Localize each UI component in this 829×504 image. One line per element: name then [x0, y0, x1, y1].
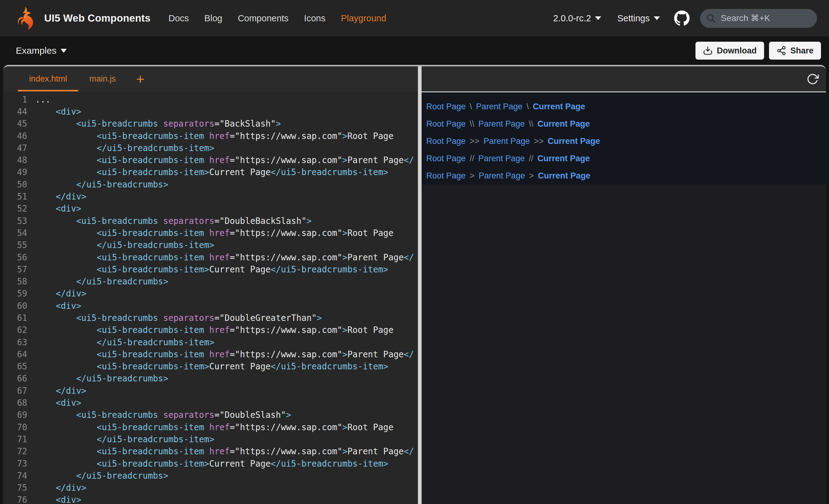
breadcrumb-current: Current Page — [538, 119, 590, 129]
line-number: 71 — [3, 434, 27, 444]
code-line: 72 <ui5-breadcrumbs-item href="https://w… — [3, 445, 418, 457]
line-number: 46 — [3, 131, 27, 141]
breadcrumb-separator: \ — [527, 102, 529, 112]
code-token: ="BackSlash" — [215, 119, 276, 128]
code-line: 65 <ui5-breadcrumbs-item>Current Page</u… — [3, 360, 418, 373]
nav-playground[interactable]: Playground — [341, 13, 386, 24]
code-token: > — [286, 410, 291, 420]
code-line: 44 <div> — [3, 105, 418, 117]
breadcrumb-link[interactable]: Parent Page — [478, 171, 525, 181]
code-text: <ui5-breadcrumbs-item>Current Page</ui5-… — [35, 459, 388, 468]
refresh-icon — [806, 73, 819, 85]
line-number: 45 — [3, 119, 27, 128]
code-token: <ui5-breadcrumbs-item — [35, 252, 209, 262]
settings-menu[interactable]: Settings — [617, 13, 660, 24]
code-token: <ui5-breadcrumbs-item — [35, 422, 209, 432]
code-token: > — [317, 313, 322, 323]
code-token: Current Page — [209, 459, 271, 468]
line-number: 55 — [3, 240, 27, 250]
code-token: <ui5-breadcrumbs-item — [35, 446, 209, 456]
breadcrumb-link[interactable]: Parent Page — [476, 102, 522, 112]
code-token: </div> — [35, 483, 86, 493]
code-text: </ui5-breadcrumbs-item> — [35, 240, 214, 250]
code-token: ="https://www.sap.com" — [230, 422, 342, 432]
code-text: <ui5-breadcrumbs-item>Current Page</ui5-… — [35, 264, 388, 274]
nav-icons[interactable]: Icons — [304, 13, 325, 24]
nav-components[interactable]: Components — [238, 13, 288, 24]
line-number: 51 — [3, 191, 27, 201]
code-line: 59 </div> — [3, 287, 418, 300]
breadcrumb-link[interactable]: Root Page — [426, 171, 466, 181]
code-area[interactable]: 1...44 <div>45 <ui5-breadcrumbs separato… — [3, 91, 418, 504]
code-token: ="https://www.sap.com" — [230, 446, 342, 456]
code-token: Current Page — [209, 264, 271, 274]
line-number: 64 — [3, 349, 27, 359]
search-box[interactable] — [700, 9, 817, 28]
breadcrumb-link[interactable]: Root Page — [426, 137, 466, 146]
code-text: <div> — [35, 203, 81, 214]
code-token: Root Page — [348, 422, 394, 432]
download-label: Download — [717, 46, 757, 55]
breadcrumb-link[interactable]: Parent Page — [483, 137, 530, 146]
code-token: </div> — [35, 191, 86, 201]
code-text: <ui5-breadcrumbs-item href="https://www.… — [35, 422, 394, 432]
main-nav: Docs Blog Components Icons Playground — [169, 13, 386, 24]
code-token: <ui5-breadcrumbs-item — [35, 131, 209, 141]
code-line: 48 <ui5-breadcrumbs-item href="https://w… — [3, 154, 418, 166]
code-token: ="https://www.sap.com" — [230, 252, 342, 262]
download-cloud-icon — [703, 46, 713, 55]
code-token: ="https://www.sap.com" — [230, 325, 342, 335]
playground: index.html main.js + 1...44 <div>45 <ui5… — [3, 65, 826, 504]
code-token: Root Page — [348, 131, 394, 141]
code-token: </ui5-breadcrumbs-item> — [35, 143, 214, 153]
code-text: <ui5-breadcrumbs-item href="https://www.… — [35, 446, 414, 456]
brand[interactable]: UI5 Web Components — [12, 6, 150, 31]
tab-main-js[interactable]: main.js — [78, 66, 127, 91]
search-input[interactable] — [720, 13, 812, 24]
version-label: 2.0.0-rc.2 — [553, 13, 591, 24]
code-text: </div> — [35, 191, 86, 201]
breadcrumb-link[interactable]: Root Page — [426, 119, 466, 129]
share-button[interactable]: Share — [769, 42, 821, 60]
code-text: </ui5-breadcrumbs-item> — [35, 434, 214, 444]
code-text: ... — [35, 94, 51, 104]
nav-blog[interactable]: Blog — [204, 13, 222, 24]
code-token: </ui5-breadcrumbs-item> — [271, 361, 389, 371]
pane-resizer[interactable] — [418, 66, 422, 504]
code-token: <div> — [35, 203, 81, 214]
version-selector[interactable]: 2.0.0-rc.2 — [553, 13, 602, 24]
code-line: 52 <div> — [3, 203, 418, 215]
code-token: ="https://www.sap.com" — [230, 131, 342, 141]
code-token: separators — [163, 119, 215, 128]
examples-label: Examples — [16, 45, 57, 56]
code-line: 54 <ui5-breadcrumbs-item href="https://w… — [3, 227, 418, 239]
header: UI5 Web Components Docs Blog Components … — [0, 0, 829, 36]
breadcrumb-current: Current Page — [538, 154, 590, 163]
code-token: > — [342, 155, 348, 165]
editor-pane: index.html main.js + 1...44 <div>45 <ui5… — [3, 66, 418, 504]
code-text: <ui5-breadcrumbs-item href="https://www.… — [35, 155, 414, 165]
breadcrumb-row: Root Page//Parent Page//Current Page — [426, 150, 826, 167]
breadcrumb-link[interactable]: Root Page — [426, 154, 466, 163]
code-line: 57 <ui5-breadcrumbs-item>Current Page</u… — [3, 263, 418, 275]
code-token: > — [342, 446, 348, 456]
code-token: href — [209, 446, 230, 456]
refresh-button[interactable] — [806, 73, 819, 85]
code-token: <div> — [35, 301, 81, 311]
code-token: </div> — [35, 386, 86, 396]
breadcrumb-link[interactable]: Root Page — [426, 102, 466, 112]
examples-dropdown[interactable]: Examples — [16, 45, 67, 56]
breadcrumb-link[interactable]: Parent Page — [478, 154, 525, 163]
tab-index-html[interactable]: index.html — [18, 66, 78, 91]
download-button[interactable]: Download — [695, 42, 764, 60]
code-token: <ui5-breadcrumbs-item> — [35, 361, 209, 371]
github-link[interactable] — [674, 10, 690, 26]
breadcrumb-row: Root Page>>Parent Page>>Current Page — [426, 132, 826, 150]
code-token: > — [276, 119, 281, 128]
add-file-button[interactable]: + — [136, 66, 145, 91]
line-number: 75 — [3, 483, 27, 493]
code-line: 45 <ui5-breadcrumbs separators="BackSlas… — [3, 118, 418, 130]
breadcrumb-link[interactable]: Parent Page — [478, 119, 525, 129]
nav-docs[interactable]: Docs — [169, 13, 189, 24]
code-text: <div> — [35, 301, 81, 311]
